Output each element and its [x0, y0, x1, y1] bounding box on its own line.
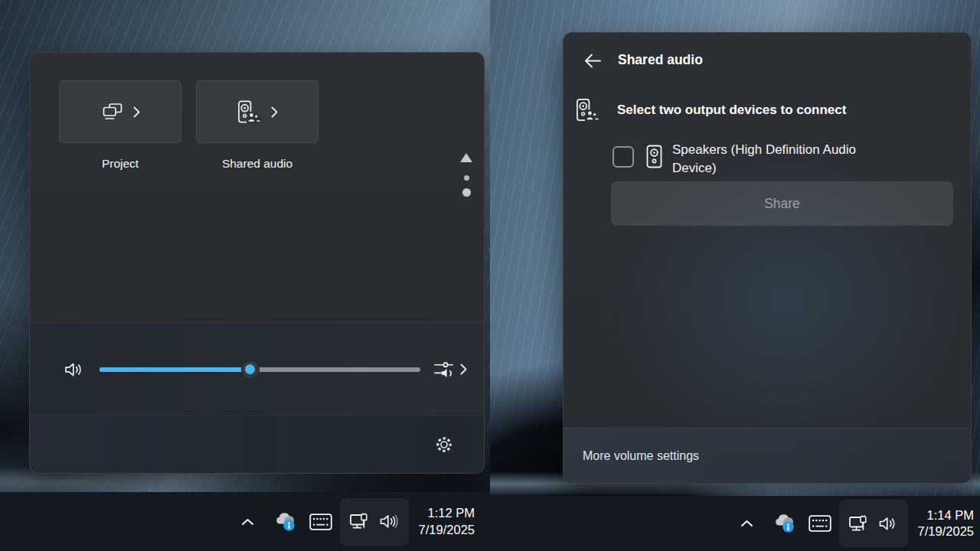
gear-icon — [434, 435, 454, 455]
device-label-line2: Device) — [672, 159, 940, 178]
left-screenshot: Project Shared audio — [0, 0, 490, 551]
shared-audio-tile-label: Shared audio — [196, 157, 318, 171]
right-screenshot: Shared audio Select two output devices t… — [490, 0, 980, 551]
pager-dot-page1 — [464, 175, 469, 181]
tiles-pager — [459, 153, 473, 197]
quick-settings-tiles-section: Project Shared audio — [30, 53, 484, 322]
onedrive-cloud-icon — [274, 512, 296, 532]
network-display-icon — [349, 512, 371, 531]
dual-screenshot-canvas: Project Shared audio — [0, 0, 980, 551]
onedrive-tray-button[interactable] — [773, 510, 797, 536]
more-volume-settings-label: More volume settings — [583, 449, 699, 463]
chevron-right-icon — [133, 106, 140, 118]
taskbar-date: 7/19/2025 — [419, 522, 475, 539]
taskbar: 1:14 PM 7/19/2025 — [490, 496, 980, 551]
back-button[interactable] — [582, 51, 604, 70]
network-volume-tray-group[interactable] — [839, 500, 908, 547]
touch-keyboard-icon — [808, 515, 831, 532]
shared-audio-icon — [237, 100, 262, 124]
touch-keyboard-button[interactable] — [309, 509, 333, 535]
speaker-device-icon — [646, 145, 662, 168]
back-arrow-icon — [583, 53, 603, 69]
network-volume-tray-group[interactable] — [340, 498, 409, 546]
onedrive-tray-button[interactable] — [273, 509, 298, 535]
chevron-up-icon — [241, 518, 254, 526]
device-label-line1: Speakers (High Definition Audio — [672, 141, 940, 159]
project-tile-button[interactable] — [59, 80, 181, 143]
project-tile-label: Project — [59, 157, 181, 171]
system-tray: 1:12 PM 7/19/2025 — [236, 492, 490, 551]
speaker-icon[interactable] — [64, 360, 84, 379]
volume-slider-thumb[interactable] — [241, 360, 260, 379]
volume-icon — [379, 513, 399, 530]
volume-section — [30, 322, 484, 416]
network-display-icon — [848, 514, 870, 533]
chevron-up-icon — [740, 520, 753, 527]
volume-slider[interactable] — [100, 360, 420, 380]
panel-title: Shared audio — [618, 52, 703, 68]
taskbar-clock[interactable]: 1:12 PM 7/19/2025 — [419, 505, 475, 538]
device-label[interactable]: Speakers (High Definition Audio Device) — [672, 141, 940, 177]
taskbar-time: 1:14 PM — [918, 507, 974, 524]
more-volume-settings-link[interactable]: More volume settings — [564, 428, 971, 483]
volume-slider-fill — [100, 367, 250, 372]
shared-audio-icon — [575, 96, 600, 124]
pager-dot-page2-current — [462, 188, 471, 197]
chevron-right-icon — [271, 106, 278, 118]
select-sound-output-button[interactable] — [433, 360, 467, 380]
volume-mixer-icon — [433, 360, 455, 380]
shared-audio-tile-button[interactable] — [196, 80, 318, 143]
system-tray: 1:14 PM 7/19/2025 — [735, 496, 980, 551]
quick-settings-panel: Project Shared audio — [29, 52, 485, 474]
shared-audio-panel: Shared audio Select two output devices t… — [563, 32, 972, 484]
taskbar-date: 7/19/2025 — [918, 523, 974, 540]
taskbar: 1:12 PM 7/19/2025 — [0, 492, 490, 551]
volume-icon — [878, 515, 898, 533]
taskbar-time: 1:12 PM — [419, 505, 475, 522]
show-hidden-icons-button[interactable] — [735, 510, 760, 536]
show-hidden-icons-button[interactable] — [236, 509, 260, 535]
touch-keyboard-button[interactable] — [808, 510, 832, 536]
device-checkbox[interactable] — [612, 146, 634, 168]
chevron-right-icon — [460, 364, 467, 375]
onedrive-cloud-icon — [773, 514, 795, 533]
triangle-up-icon[interactable] — [460, 153, 472, 162]
panel-heading: Select two output devices to connect — [617, 103, 846, 118]
taskbar-clock[interactable]: 1:14 PM 7/19/2025 — [918, 507, 974, 540]
touch-keyboard-icon — [309, 514, 332, 530]
settings-button[interactable] — [430, 430, 459, 459]
share-button[interactable]: Share — [611, 181, 953, 226]
project-icon — [101, 103, 124, 121]
quick-settings-footer — [30, 416, 484, 473]
